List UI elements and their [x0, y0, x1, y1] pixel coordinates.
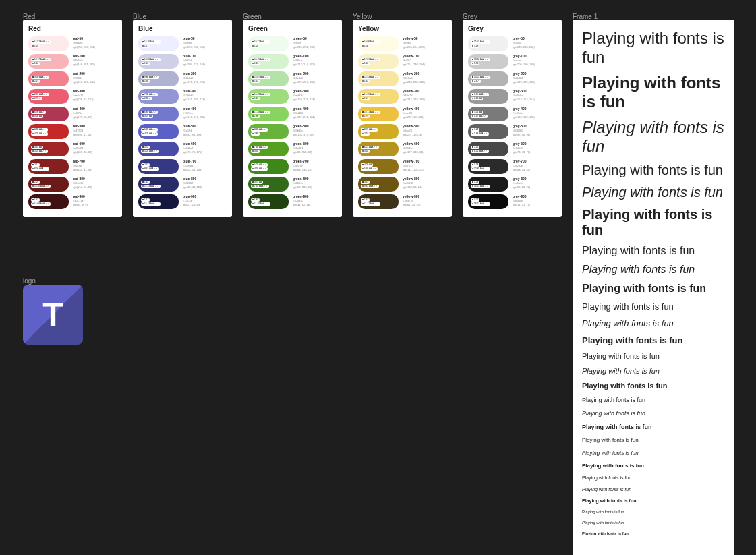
color-swatch[interactable]: 1.6711.21 AAA ✓✓ [358, 194, 399, 209]
contrast-badge: 8.64 AAA ✓✓ [141, 167, 159, 171]
color-swatch[interactable]: 5.28 AA ✓✓4.58 AA ✓✓ [248, 159, 289, 174]
swatch-name: red-700 [73, 159, 92, 163]
color-swatch[interactable]: 16.07 AAA ✓✓1.42 [248, 71, 289, 86]
color-swatch[interactable]: 10.17 AAA ✓✓1.64 [28, 54, 69, 69]
color-swatch[interactable]: 10.03 AAA ✓✓2.6 ✓ [468, 71, 508, 86]
contrast-badge: 15.55 AAA ✓✓ [471, 40, 490, 44]
swatch-name: green-50 [293, 36, 315, 40]
swatch-name: red-300 [73, 89, 94, 93]
color-swatch[interactable]: 1.0716.77 AAA ✓✓ [468, 194, 508, 209]
color-swatch[interactable]: 3.535.26 AAA ✓✓ [138, 142, 179, 156]
color-swatch[interactable]: 2.158.21 AAA ✓✓ [468, 142, 508, 156]
swatch-hex: #1a1a1a [513, 181, 530, 185]
swatch-rgb: rgb(64, 9, 9) [73, 203, 88, 206]
logo-tile: T [23, 285, 83, 345]
color-swatch[interactable]: 8.55 AAA ✓✓2.78 ✓ [28, 89, 69, 104]
swatch-meta: green-100#d4f3cergb(212, 244, 187) [293, 54, 315, 66]
contrast-badge: 1.17 [141, 198, 150, 202]
color-swatch[interactable]: 3.76 AA7.45 AAA ✓✓ [248, 177, 289, 192]
color-swatch[interactable]: 1.8211.76 AAA ✓✓ [248, 194, 289, 209]
color-swatch[interactable]: 3.18 AA5.28 AA ✓✓ [28, 142, 69, 156]
color-swatch[interactable]: 9.86 AAA ✓✓1.66 [138, 71, 179, 86]
contrast-badge: 13.02 AAA ✓✓ [471, 58, 490, 61]
swatch-hex: #f8e6a0 [403, 76, 425, 80]
color-swatch[interactable]: 1.2913.53 AAA ✓✓ [468, 177, 508, 192]
swatch-meta: red-200#f3808crgb(243, 128, 140) [73, 71, 95, 84]
contrast-badge: 10.03 AAA ✓✓ [471, 76, 490, 79]
swatch-meta: blue-100#cfd0e8rgb(209, 223, 248) [183, 54, 205, 66]
color-swatch[interactable]: 13.02 AAA ✓✓1.50 [468, 54, 508, 69]
swatch-hex: #a32424 [73, 146, 92, 150]
color-swatch[interactable]: 6.85 AAA ✓✓2.86 AA [468, 89, 508, 104]
swatch-hex: #f8b5b9 [73, 59, 95, 62]
swatch-hex: #484ba7 [183, 146, 202, 150]
swatch-rgb: rgb(248, 181, 185) [73, 63, 95, 66]
swatch-rgb: rgb(251, 240, 194) [403, 63, 425, 66]
swatch-row: 2.158.64 AAA ✓✓blue-700#353984rgb(53, 56… [138, 159, 227, 174]
color-swatch[interactable]: 6.89 AA ✓✓3.07 AA [138, 107, 179, 121]
color-swatch[interactable]: 5.06 AA4.17 AA ✓✓ [468, 107, 508, 121]
color-swatch[interactable]: 8.28 AA ✓✓2.85 [248, 124, 289, 139]
swatch-rgb: rgb(96, 96, 96) [513, 133, 530, 136]
swatch-row: 1.2913.53 AAA ✓✓grey-800#1a1a1argb(26, 2… [468, 177, 556, 192]
contrast-badge: 1.80 [251, 115, 260, 118]
color-swatch[interactable]: 2.0710.56 AAA ✓✓ [28, 177, 69, 192]
color-swatch[interactable]: 15.28 AAA ✓✓1.63 [248, 89, 289, 104]
color-swatch[interactable]: 13.06 AAA ✓✓1.43 [138, 54, 179, 69]
color-swatch[interactable]: 4.09 AA5.48 AA ✓✓ [358, 159, 399, 174]
swatch-hex: #b4931e [403, 146, 424, 150]
swatch-row: 9.86 AAA ✓✓1.66blue-200#b0b2d2rgb(176, 1… [138, 71, 227, 86]
color-swatch[interactable]: 3.159.43 AAA ✓✓ [358, 177, 399, 192]
swatch-hex: #6c5412 [403, 181, 421, 185]
color-swatch[interactable]: 11.48 AAA ✓✓1.80 [248, 107, 289, 121]
color-swatch[interactable]: 11.25 AAA ✓✓1.47 [358, 89, 399, 104]
color-swatch[interactable]: 2.176.56 AAA ✓✓ [28, 159, 69, 174]
color-swatch[interactable]: 2.158.64 AAA ✓✓ [138, 159, 179, 174]
logo-letter: T [42, 295, 63, 334]
swatch-name: yellow-200 [403, 71, 425, 76]
contrast-badge: 1.76 [361, 115, 370, 118]
color-swatch[interactable]: 14.52 AAA ✓✓1.16 [28, 36, 69, 51]
color-swatch[interactable]: 19.06 AAA ✓✓1.08 [358, 36, 399, 51]
swatch-rgb: rgb(212, 244, 187) [293, 63, 315, 66]
palette-green: Green19.72 AAA ✓✓1.04green-50#effbefrgb(… [243, 20, 342, 217]
color-swatch[interactable]: 6.23 AAA ✓✓3.34 [358, 142, 399, 156]
color-swatch[interactable]: 10.11 AAA ✓✓1.76 [358, 107, 399, 121]
contrast-badge: 1.64 [31, 62, 40, 65]
swatch-hex: #edeeff [183, 41, 205, 45]
contrast-badge: 5.26 AAA ✓✓ [141, 150, 159, 153]
color-swatch[interactable]: 16.26 AAA ✓✓1.11 [138, 36, 179, 51]
color-swatch[interactable]: 15.55 AAA ✓✓1.18 [468, 36, 508, 51]
color-swatch[interactable]: 1.1715.43 AAA ✓✓ [138, 194, 179, 209]
contrast-badge: 6.96 AA ✓ [31, 111, 46, 114]
color-swatch[interactable]: 14.53 AAA ✓✓1.63 [358, 71, 399, 86]
color-swatch[interactable]: 1.6312.33 AAA ✓✓ [138, 177, 179, 192]
color-swatch[interactable]: 17.01 AAA ✓✓1.42 [358, 54, 399, 69]
color-swatch[interactable]: 14.15 AAA ✓✓1.18 [248, 54, 289, 69]
swatch-rgb: rgb(86, 158, 33) [293, 150, 312, 154]
swatch-name: blue-700 [183, 159, 202, 163]
color-swatch[interactable]: 19.72 AAA ✓✓1.04 [248, 36, 289, 51]
color-swatch[interactable]: 9.00 AAA ✓✓2.15 [28, 71, 69, 86]
color-swatch[interactable]: 5.28 AA ✓✓4.28 AA ✓✓ [138, 124, 179, 139]
color-swatch[interactable]: 7.88 AA ✓✓2.88 ✓ [138, 89, 179, 104]
swatch-hex: #89d360 [293, 111, 315, 115]
color-swatch[interactable]: 1.5812.80 AAA ✓✓ [468, 159, 508, 174]
swatch-rgb: rgb(21, 21, 63) [183, 203, 200, 206]
swatch-row: 5.06 AA4.17 AA ✓✓grey-400#7a7a7argb(122,… [468, 107, 556, 121]
color-swatch[interactable]: 6.30 AA ✓✓4.25 AA ✓✓ [28, 124, 69, 139]
swatch-row: 15.55 AAA ✓✓1.18grey-50#f0f0f0rgb(240, 2… [468, 36, 556, 51]
color-swatch[interactable]: 6.96 AA ✓3.06 AA [28, 107, 69, 121]
contrast-badge: 12.33 AAA ✓✓ [141, 185, 161, 188]
palette-title: Red [28, 25, 117, 32]
contrast-badge: 15.28 AAA ✓✓ [251, 93, 270, 96]
swatch-row: 3.76 AA7.45 AAA ✓✓green-800#32691argb(50… [248, 177, 337, 192]
color-swatch[interactable]: 3.235.38 AAA ✓✓ [468, 124, 508, 139]
color-swatch[interactable]: 7.60 AA ✓✓3.34 [248, 142, 289, 156]
type-sample: Playing with fonts is fun [582, 118, 725, 156]
swatch-row: 1.6312.33 AAA ✓✓blue-800#282b67rgb(40, 4… [138, 177, 227, 192]
swatch-hex: #af3754 [73, 111, 92, 115]
swatch-meta: blue-50#edeeffrgb(237, 238, 248) [183, 36, 205, 49]
color-swatch[interactable]: 1.4315.68 AAA ✓✓ [28, 194, 69, 209]
color-swatch[interactable]: 8.76 AA ✓✓2.15 [358, 124, 399, 139]
